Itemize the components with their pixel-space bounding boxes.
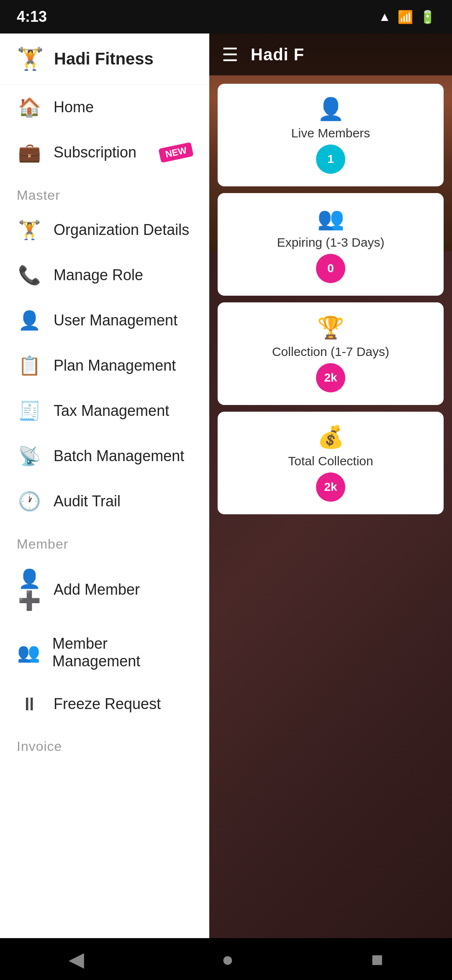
live-members-icon: 👤 [317, 96, 344, 122]
sidebar-item-manage-role[interactable]: 📞 Manage Role [0, 253, 209, 298]
sidebar-item-add-member[interactable]: 👤➕ Add Member [0, 556, 209, 623]
total-collection-badge: 2k [316, 472, 345, 502]
sidebar-item-audit-trail[interactable]: 🕐 Audit Trail [0, 479, 209, 524]
batch-management-icon: 📡 [17, 445, 42, 467]
expiring-label: Expiring (1-3 Days) [277, 235, 385, 250]
signal-icon: 📶 [398, 10, 413, 24]
organization-details-label: Organization Details [54, 221, 189, 239]
master-section-label: Master [0, 175, 209, 207]
card-total-collection[interactable]: 💰 Total Collection 2k [218, 412, 444, 514]
freeze-request-label: Freeze Request [54, 695, 161, 713]
sidebar-item-member-management[interactable]: 👥 Member Management [0, 623, 209, 682]
card-collection-1-7[interactable]: 🏆 Collection (1-7 Days) 2k [218, 302, 444, 405]
collection-icon: 🏆 [317, 315, 344, 340]
sidebar-brand: 🏋 Hadi Fitness [0, 34, 209, 85]
manage-role-icon: 📞 [17, 264, 42, 286]
status-time: 4:13 [17, 8, 47, 26]
organization-icon: 🏋 [17, 219, 42, 241]
app-header: ☰ Hadi F [209, 34, 452, 75]
member-management-icon: 👥 [17, 642, 41, 663]
sidebar-item-user-management[interactable]: 👤 User Management [0, 298, 209, 343]
manage-role-label: Manage Role [54, 266, 143, 284]
status-bar: 4:13 ▲ 📶 🔋 [0, 0, 452, 34]
sidebar-item-plan-management[interactable]: 📋 Plan Management [0, 343, 209, 388]
user-management-icon: 👤 [17, 309, 42, 331]
home-icon: 🏠 [17, 96, 42, 118]
batch-management-label: Batch Management [54, 447, 184, 465]
total-collection-icon: 💰 [317, 424, 344, 450]
invoice-section-label: Invoice [0, 726, 209, 758]
user-management-label: User Management [54, 312, 177, 329]
sidebar-item-home[interactable]: 🏠 Home [0, 85, 209, 130]
subscription-icon: 💼 [17, 142, 42, 163]
collection-label: Collection (1-7 Days) [272, 345, 389, 359]
sidebar: 🏋 Hadi Fitness 🏠 Home 💼 Subscription NEW… [0, 0, 209, 980]
expiring-icon: 👥 [317, 206, 344, 231]
live-members-badge: 1 [316, 144, 345, 174]
freeze-request-icon: ⏸ [17, 694, 42, 714]
audit-trail-label: Audit Trail [54, 493, 121, 510]
tax-management-label: Tax Management [54, 402, 169, 420]
battery-icon: 🔋 [420, 10, 435, 24]
app-title: Hadi F [251, 45, 304, 64]
member-section-label: Member [0, 524, 209, 556]
total-collection-label: Total Collection [288, 454, 373, 468]
tax-management-icon: 🧾 [17, 400, 42, 422]
sidebar-item-organization-details[interactable]: 🏋 Organization Details [0, 207, 209, 253]
recents-button[interactable]: ■ [371, 948, 383, 971]
sidebar-home-label: Home [54, 98, 94, 116]
card-live-members[interactable]: 👤 Live Members 1 [218, 84, 444, 186]
bottom-nav: ◀ ● ■ [0, 938, 452, 980]
hamburger-icon[interactable]: ☰ [222, 44, 238, 65]
live-members-label: Live Members [291, 126, 370, 140]
add-member-label: Add Member [54, 581, 140, 598]
sidebar-item-tax-management[interactable]: 🧾 Tax Management [0, 388, 209, 433]
add-member-icon: 👤➕ [17, 568, 42, 611]
brand-name: Hadi Fitness [54, 49, 154, 68]
card-expiring-1-3[interactable]: 👥 Expiring (1-3 Days) 0 [218, 193, 444, 296]
expiring-badge: 0 [316, 254, 345, 283]
home-button[interactable]: ● [221, 948, 234, 971]
plan-management-label: Plan Management [54, 357, 176, 374]
sidebar-item-freeze-request[interactable]: ⏸ Freeze Request [0, 682, 209, 726]
dashboard-area: 👤 Live Members 1 👥 Expiring (1-3 Days) 0… [209, 75, 452, 980]
back-button[interactable]: ◀ [69, 947, 84, 971]
status-icons: ▲ 📶 🔋 [378, 10, 435, 24]
collection-badge: 2k [316, 363, 345, 392]
sidebar-subscription-label: Subscription [54, 144, 136, 161]
brand-icon: 🏋 [17, 46, 44, 72]
wifi-icon: ▲ [378, 10, 391, 24]
sidebar-item-subscription[interactable]: 💼 Subscription NEW [0, 130, 209, 175]
audit-trail-icon: 🕐 [17, 490, 42, 512]
plan-management-icon: 📋 [17, 355, 42, 377]
new-badge: NEW [158, 142, 194, 163]
member-management-label: Member Management [52, 635, 193, 670]
sidebar-item-batch-management[interactable]: 📡 Batch Management [0, 433, 209, 479]
